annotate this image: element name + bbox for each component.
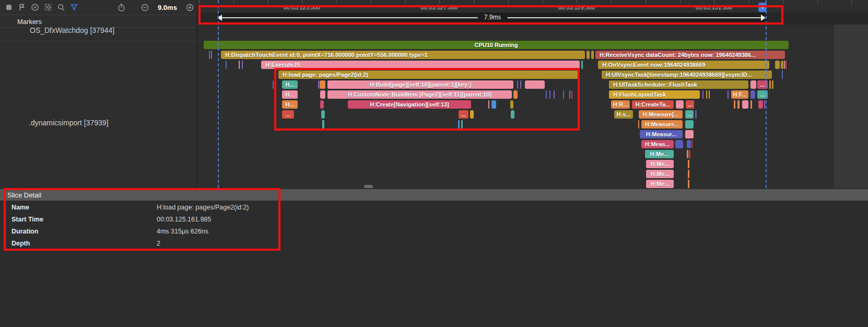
trace-slice[interactable]: [750, 100, 752, 109]
trace-slice[interactable]: H:CreateTa...: [632, 100, 674, 109]
trace-slice[interactable]: ...: [676, 100, 684, 109]
trace-slice[interactable]: [525, 80, 545, 89]
trace-slice[interactable]: [320, 90, 325, 99]
trace-slice[interactable]: [750, 80, 756, 89]
flame-chart[interactable]: CPU10 RunningH:DispatchTouchEvent id:0, …: [0, 0, 868, 188]
trace-slice[interactable]: [491, 100, 496, 109]
trace-slice[interactable]: [513, 90, 518, 99]
trace-slice[interactable]: H:OnVsyncEvent now:1964024938669: [598, 61, 769, 69]
trace-slice[interactable]: [461, 120, 463, 129]
trace-slice[interactable]: [769, 80, 771, 89]
trace-slice[interactable]: [781, 61, 783, 69]
trace-slice[interactable]: [569, 90, 570, 99]
trace-slice[interactable]: [275, 80, 276, 89]
trace-slice[interactable]: H...: [282, 90, 298, 99]
trace-slice[interactable]: [320, 80, 325, 89]
trace-slice[interactable]: [688, 180, 689, 188]
trace-slice[interactable]: [209, 51, 210, 59]
trace-slice[interactable]: ...: [686, 100, 694, 109]
trace-slice[interactable]: ...: [282, 110, 294, 119]
trace-slice[interactable]: H:Me...: [646, 180, 674, 188]
trace-slice[interactable]: [691, 140, 693, 148]
trace-slice[interactable]: [549, 90, 550, 99]
trace-slice[interactable]: [520, 80, 521, 89]
trace-slice[interactable]: [785, 61, 787, 69]
trace-slice[interactable]: [517, 80, 518, 89]
trace-slice[interactable]: [318, 80, 319, 89]
trace-slice[interactable]: [702, 90, 703, 99]
trace-slice[interactable]: [772, 80, 773, 89]
trace-slice[interactable]: H:Build[page][self:10][parent:1][key:]: [327, 80, 513, 89]
trace-slice[interactable]: [750, 90, 755, 99]
trace-slice[interactable]: H:FlushLayoutTask: [609, 90, 700, 99]
trace-slice[interactable]: [734, 100, 735, 109]
trace-slice[interactable]: [709, 90, 710, 99]
selection-start-marker[interactable]: [218, 0, 219, 188]
horizontal-scrollbar-thumb[interactable]: [364, 185, 373, 188]
trace-slice[interactable]: H:ReceiveVsync dataCount: 24bytes now: 1…: [595, 51, 785, 59]
trace-slice[interactable]: H:Meas...: [641, 140, 674, 148]
trace-slice[interactable]: H:Me...: [646, 160, 674, 168]
trace-slice[interactable]: [591, 51, 594, 59]
trace-slice[interactable]: [687, 150, 688, 158]
trace-slice[interactable]: H:R...: [611, 100, 630, 109]
trace-slice[interactable]: H:UIVsyncTask[timestamp:1964024938669][v…: [602, 71, 772, 79]
trace-slice[interactable]: H:s...: [614, 110, 633, 119]
trace-slice[interactable]: [638, 120, 639, 129]
selection-end-marker[interactable]: [766, 0, 767, 188]
trace-slice[interactable]: H:Measur...: [640, 130, 683, 138]
trace-slice[interactable]: H:load page: pages/Page2(id:2): [278, 71, 579, 79]
trace-slice[interactable]: [321, 110, 325, 119]
trace-slice[interactable]: [695, 110, 697, 119]
trace-slice[interactable]: [706, 90, 707, 99]
trace-slice[interactable]: [322, 120, 324, 129]
trace-slice[interactable]: [488, 100, 489, 109]
trace-slice[interactable]: [320, 100, 324, 109]
trace-slice[interactable]: [554, 90, 555, 99]
trace-slice[interactable]: [587, 51, 590, 59]
trace-slice[interactable]: [685, 130, 694, 138]
trace-slice[interactable]: CPU10 Running: [204, 41, 789, 49]
marker-badge-icon[interactable]: +: [758, 3, 767, 12]
trace-slice[interactable]: [758, 100, 763, 109]
trace-slice[interactable]: H:Measure[...: [639, 110, 683, 119]
trace-slice[interactable]: [470, 110, 474, 119]
trace-slice[interactable]: [675, 140, 683, 148]
trace-slice[interactable]: [685, 120, 694, 129]
trace-slice[interactable]: [211, 51, 212, 59]
trace-slice[interactable]: H:Create[Navigation][self:13]: [348, 100, 471, 109]
trace-slice[interactable]: [689, 150, 690, 158]
trace-slice[interactable]: H:CustomNode:BuildItem [Page2][self:11][…: [327, 90, 512, 99]
trace-slice[interactable]: H:UITaskScheduler::FlushTask: [609, 80, 748, 89]
trace-slice[interactable]: H:ExecuteJS: [261, 61, 580, 69]
trace-slice[interactable]: [546, 90, 547, 99]
trace-slice[interactable]: [563, 90, 564, 99]
trace-slice[interactable]: [742, 100, 748, 109]
trace-slice[interactable]: [687, 140, 691, 148]
trace-slice[interactable]: [273, 80, 274, 89]
trace-slice[interactable]: [571, 90, 572, 99]
trace-slice[interactable]: H:DispatchTouchEvent id:0, pointX=716.00…: [221, 51, 585, 59]
trace-slice[interactable]: [511, 110, 514, 119]
trace-slice[interactable]: [737, 100, 740, 109]
trace-slice[interactable]: [764, 100, 765, 109]
trace-slice[interactable]: H:Me...: [645, 150, 674, 158]
trace-slice[interactable]: H...: [282, 100, 298, 109]
trace-slice[interactable]: [510, 100, 513, 109]
trace-slice[interactable]: H...: [282, 80, 298, 89]
trace-slice[interactable]: [688, 160, 689, 168]
trace-slice[interactable]: [458, 120, 460, 129]
trace-slice[interactable]: [728, 90, 729, 99]
trace-slice[interactable]: [242, 61, 243, 69]
trace-slice[interactable]: [239, 61, 240, 69]
trace-slice[interactable]: [784, 61, 785, 69]
trace-slice[interactable]: [688, 170, 689, 178]
trace-slice[interactable]: [226, 61, 227, 69]
trace-slice[interactable]: [782, 71, 783, 79]
trace-slice[interactable]: [581, 61, 583, 69]
trace-slice[interactable]: H:F...: [731, 90, 748, 99]
trace-slice[interactable]: ...: [685, 110, 694, 119]
trace-slice[interactable]: ...: [459, 110, 468, 119]
trace-slice[interactable]: H:Measure...: [641, 120, 683, 129]
trace-slice[interactable]: [775, 61, 780, 69]
